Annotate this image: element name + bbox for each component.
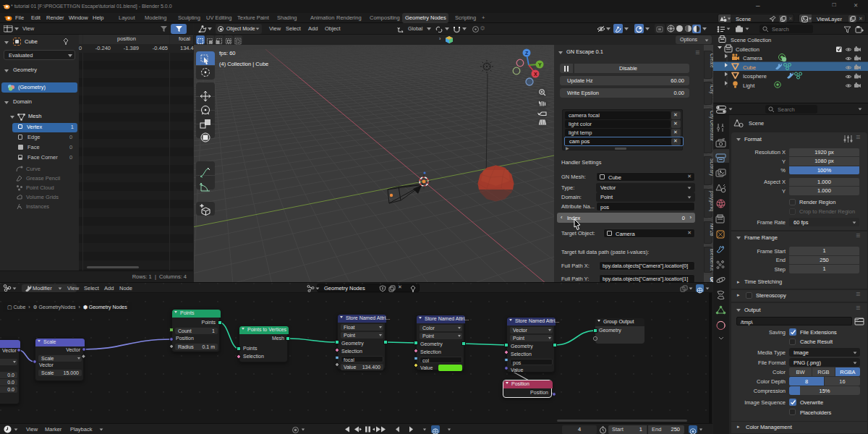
svg-text:Z: Z — [525, 51, 529, 56]
svg-text:(4) Collection | Cube: (4) Collection | Cube — [219, 61, 268, 67]
svg-text:Icosphere: Icosphere — [743, 73, 767, 80]
svg-text:Y: Y — [538, 62, 542, 67]
svg-text:Light: Light — [743, 82, 755, 89]
svg-text:Scene Collection: Scene Collection — [731, 37, 771, 43]
svg-text:Camera: Camera — [743, 55, 763, 61]
svg-text:X: X — [534, 72, 537, 77]
svg-text:Collection: Collection — [736, 46, 760, 53]
svg-text:fps: 60: fps: 60 — [219, 50, 236, 56]
svg-text:Cube: Cube — [743, 64, 756, 71]
